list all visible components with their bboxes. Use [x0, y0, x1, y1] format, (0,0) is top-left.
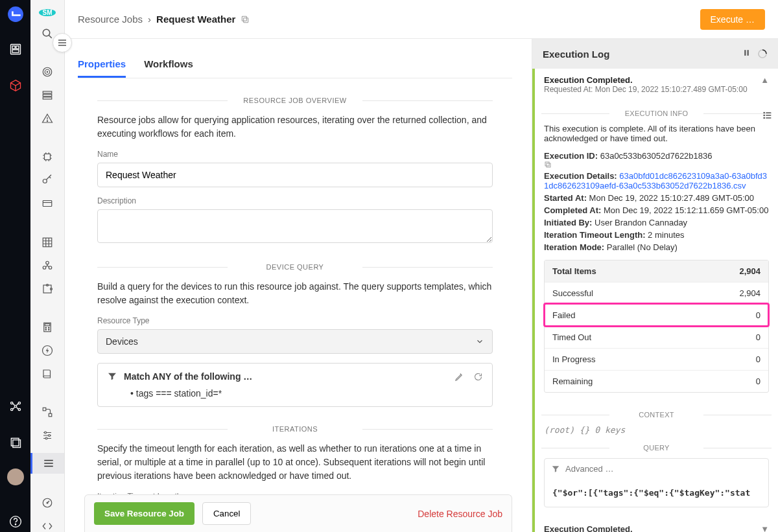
user-avatar[interactable] — [7, 468, 24, 485]
grid-icon[interactable] — [40, 237, 55, 248]
svg-point-16 — [45, 69, 50, 75]
tab-properties[interactable]: Properties — [78, 52, 126, 78]
name-label: Name — [97, 150, 493, 159]
svg-point-43 — [45, 437, 47, 439]
execution-log-title: Execution Log — [543, 49, 609, 60]
svg-point-41 — [45, 432, 47, 434]
svg-point-0 — [8, 6, 23, 22]
svg-rect-40 — [49, 413, 52, 417]
tabs: Properties Workflows — [78, 52, 512, 78]
collapse-icon[interactable]: ▲ — [760, 75, 769, 85]
sliders-icon[interactable] — [40, 430, 55, 441]
svg-rect-10 — [11, 438, 19, 446]
save-button[interactable]: Save Resource Job — [94, 502, 194, 525]
iter-mode-value: Parallel (No Delay) — [607, 242, 678, 252]
workspace-badge[interactable]: SM — [39, 9, 56, 16]
svg-point-23 — [43, 179, 47, 183]
warning-icon[interactable] — [40, 113, 55, 124]
svg-point-9 — [14, 405, 16, 407]
svg-rect-47 — [242, 16, 247, 21]
svg-point-6 — [18, 402, 20, 404]
svg-point-45 — [47, 502, 48, 503]
search-icon[interactable] — [40, 28, 55, 40]
refresh-query-icon[interactable] — [473, 372, 483, 382]
svg-point-37 — [49, 329, 50, 330]
cancel-button[interactable]: Cancel — [202, 502, 252, 525]
gauge-icon[interactable] — [40, 497, 55, 509]
section-heading-device-query: DEVICE QUERY — [97, 263, 493, 271]
card-icon[interactable] — [40, 198, 55, 209]
cube-icon[interactable] — [5, 75, 26, 96]
svg-rect-19 — [43, 95, 52, 97]
execute-button[interactable]: Execute … — [700, 9, 765, 30]
stack-icon[interactable] — [5, 432, 26, 453]
pause-icon[interactable] — [742, 49, 751, 59]
expand-icon[interactable]: ▼ — [760, 524, 769, 532]
svg-rect-24 — [43, 201, 52, 207]
iter-timeout-value: 2 minutes — [648, 230, 684, 240]
svg-point-34 — [45, 327, 47, 329]
edit-query-icon[interactable] — [454, 372, 464, 382]
calc-icon[interactable] — [40, 321, 55, 333]
context-value: (root) {} 0 keys — [535, 425, 778, 435]
spinner-icon[interactable] — [757, 49, 768, 59]
svg-rect-46 — [244, 17, 248, 22]
execution-collapsed-row[interactable]: Execution Completed. ▼ — [532, 518, 778, 532]
iterations-description: Specify the timeout length for each iter… — [97, 442, 493, 483]
query-builder: Match ANY of the following … tags === st… — [97, 363, 493, 407]
execution-stats-table: Total Items2,904 Successful2,904 Failed0… — [544, 260, 769, 393]
topbar: Resource Jobs › Request Weather Execute … — [65, 0, 778, 39]
book-icon[interactable] — [40, 368, 55, 380]
copy-icon[interactable] — [241, 15, 250, 24]
device-query-description: Build a query for the devices to run thi… — [97, 280, 493, 307]
svg-rect-48 — [744, 50, 746, 56]
breadcrumb-parent[interactable]: Resource Jobs — [78, 14, 143, 25]
query-heading: QUERY — [535, 444, 778, 452]
breadcrumb: Resource Jobs › Request Weather — [78, 14, 250, 25]
started-at-value: Mon Dec 19, 2022 15:10:27.489 GMT-05:00 — [589, 193, 754, 203]
chip-icon[interactable] — [40, 151, 55, 163]
svg-point-53 — [764, 117, 764, 118]
failed-row-highlighted: Failed0 — [545, 304, 768, 326]
svg-rect-55 — [545, 162, 549, 166]
brand-logo[interactable] — [6, 5, 25, 23]
execution-log-header: Execution Log — [532, 39, 778, 69]
delete-link[interactable]: Delete Resource Job — [418, 509, 502, 519]
query-rule: tags === station_id=* — [130, 388, 483, 399]
query-match-title: Match ANY of the following … — [124, 371, 252, 382]
target-icon[interactable] — [40, 66, 55, 78]
svg-point-13 — [15, 524, 16, 525]
resource-type-select[interactable]: Devices — [97, 329, 493, 354]
rows-icon[interactable] — [40, 89, 55, 101]
collapse-sidebar-button[interactable] — [53, 33, 72, 52]
execution-info-text: This execution is complete. All of its i… — [544, 124, 769, 143]
tab-workflows[interactable]: Workflows — [144, 52, 193, 78]
svg-rect-33 — [45, 324, 50, 326]
pipeline-icon[interactable] — [40, 406, 55, 418]
dashboard-icon[interactable] — [5, 39, 26, 60]
code-icon[interactable] — [40, 520, 55, 532]
execution-id-value: 63a0c533b63052d7622b1836 — [600, 151, 713, 161]
resource-type-value: Devices — [106, 336, 138, 347]
graph-icon[interactable] — [5, 396, 26, 417]
svg-rect-11 — [12, 440, 20, 448]
filter-icon — [551, 465, 560, 474]
filter-icon — [107, 371, 117, 382]
chevron-down-icon — [475, 337, 484, 346]
query-json: {"$or":[{"tags":{"$eq":{"$tagKey":"stat — [545, 479, 768, 507]
primary-nav-rail — [0, 0, 30, 532]
webhook-icon[interactable] — [40, 260, 55, 272]
breadcrumb-separator: › — [148, 14, 151, 25]
bolt-circle-icon[interactable] — [40, 345, 55, 356]
initiated-by-value: User Brandon Cannaday — [595, 218, 687, 227]
puzzle-icon[interactable] — [40, 283, 55, 295]
copy-execution-id-icon[interactable] — [544, 161, 769, 168]
section-heading-overview: RESOURCE JOB OVERVIEW — [97, 97, 493, 104]
description-textarea[interactable] — [97, 209, 493, 243]
help-icon[interactable] — [5, 511, 26, 532]
lines-icon-active[interactable] — [41, 456, 56, 471]
execution-status: Execution Completed. — [544, 75, 748, 85]
key-icon[interactable] — [40, 174, 55, 186]
name-input[interactable] — [97, 163, 493, 187]
svg-point-42 — [49, 435, 51, 437]
